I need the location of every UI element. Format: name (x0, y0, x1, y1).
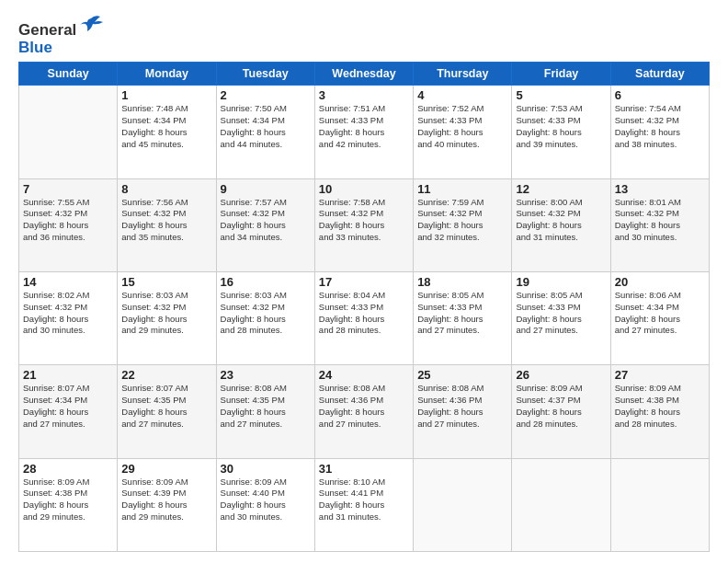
day-number: 29 (121, 462, 211, 476)
cell-info: Sunrise: 8:09 AMSunset: 4:38 PMDaylight:… (23, 477, 113, 523)
calendar-cell: 19Sunrise: 8:05 AMSunset: 4:33 PMDayligh… (512, 271, 610, 364)
day-number: 20 (615, 275, 705, 289)
day-number: 27 (615, 368, 705, 382)
calendar-cell (512, 458, 610, 551)
calendar-week-row: 21Sunrise: 8:07 AMSunset: 4:34 PMDayligh… (19, 365, 710, 458)
cell-info: Sunrise: 7:53 AMSunset: 4:33 PMDaylight:… (516, 103, 606, 150)
day-number: 22 (121, 368, 211, 382)
cell-info: Sunrise: 8:09 AMSunset: 4:38 PMDaylight:… (615, 383, 705, 430)
cell-info: Sunrise: 8:01 AMSunset: 4:32 PMDaylight:… (615, 197, 705, 244)
cell-info: Sunrise: 8:08 AMSunset: 4:36 PMDaylight:… (417, 383, 507, 430)
cell-info: Sunrise: 7:56 AMSunset: 4:32 PMDaylight:… (121, 197, 211, 244)
cell-info: Sunrise: 8:08 AMSunset: 4:35 PMDaylight:… (221, 383, 311, 430)
cell-info: Sunrise: 7:57 AMSunset: 4:32 PMDaylight:… (221, 197, 311, 244)
cell-info: Sunrise: 7:55 AMSunset: 4:32 PMDaylight:… (23, 197, 113, 244)
day-number: 17 (319, 275, 409, 289)
day-number: 8 (121, 182, 211, 196)
day-number: 23 (221, 368, 311, 382)
day-number: 14 (23, 275, 113, 289)
logo-general: General (18, 21, 76, 39)
cell-info: Sunrise: 8:05 AMSunset: 4:33 PMDaylight:… (516, 290, 606, 337)
calendar-cell: 17Sunrise: 8:04 AMSunset: 4:33 PMDayligh… (314, 271, 413, 364)
calendar-cell: 12Sunrise: 8:00 AMSunset: 4:32 PMDayligh… (512, 178, 610, 271)
calendar-cell: 14Sunrise: 8:02 AMSunset: 4:32 PMDayligh… (19, 271, 118, 364)
cell-info: Sunrise: 8:02 AMSunset: 4:32 PMDaylight:… (23, 290, 113, 337)
day-number: 28 (23, 462, 113, 476)
cell-info: Sunrise: 8:09 AMSunset: 4:39 PMDaylight:… (121, 477, 211, 523)
cell-info: Sunrise: 7:58 AMSunset: 4:32 PMDaylight:… (319, 197, 409, 244)
calendar-cell: 24Sunrise: 8:08 AMSunset: 4:36 PMDayligh… (314, 365, 413, 458)
calendar-cell: 2Sunrise: 7:50 AMSunset: 4:34 PMDaylight… (216, 86, 314, 178)
cell-info: Sunrise: 7:48 AMSunset: 4:34 PMDaylight:… (121, 103, 211, 150)
logo-bird-icon (78, 15, 104, 35)
cell-info: Sunrise: 8:00 AMSunset: 4:32 PMDaylight:… (516, 197, 606, 244)
logo-text: General Blue (18, 15, 104, 56)
calendar-cell: 5Sunrise: 7:53 AMSunset: 4:33 PMDaylight… (512, 86, 610, 178)
calendar-cell (414, 458, 512, 551)
calendar-cell: 11Sunrise: 7:59 AMSunset: 4:32 PMDayligh… (414, 178, 512, 271)
cell-info: Sunrise: 8:03 AMSunset: 4:32 PMDaylight:… (121, 290, 211, 337)
day-number: 6 (615, 88, 705, 102)
calendar-cell: 20Sunrise: 8:06 AMSunset: 4:34 PMDayligh… (610, 271, 709, 364)
day-number: 18 (417, 275, 507, 289)
cell-info: Sunrise: 8:03 AMSunset: 4:32 PMDaylight:… (221, 290, 311, 337)
weekday-header-friday: Friday (512, 63, 610, 86)
calendar-cell: 29Sunrise: 8:09 AMSunset: 4:39 PMDayligh… (118, 458, 216, 551)
weekday-header-thursday: Thursday (414, 63, 512, 86)
cell-info: Sunrise: 8:08 AMSunset: 4:36 PMDaylight:… (319, 383, 409, 430)
cell-info: Sunrise: 7:50 AMSunset: 4:34 PMDaylight:… (221, 103, 311, 150)
calendar-cell: 25Sunrise: 8:08 AMSunset: 4:36 PMDayligh… (414, 365, 512, 458)
calendar-table: SundayMondayTuesdayWednesdayThursdayFrid… (18, 62, 710, 552)
calendar-cell: 13Sunrise: 8:01 AMSunset: 4:32 PMDayligh… (610, 178, 709, 271)
calendar-cell: 18Sunrise: 8:05 AMSunset: 4:33 PMDayligh… (414, 271, 512, 364)
calendar-cell: 26Sunrise: 8:09 AMSunset: 4:37 PMDayligh… (512, 365, 610, 458)
calendar-cell: 22Sunrise: 8:07 AMSunset: 4:35 PMDayligh… (118, 365, 216, 458)
day-number: 10 (319, 182, 409, 196)
cell-info: Sunrise: 8:10 AMSunset: 4:41 PMDaylight:… (319, 477, 409, 523)
weekday-header-tuesday: Tuesday (216, 63, 314, 86)
day-number: 25 (417, 368, 507, 382)
calendar-week-row: 7Sunrise: 7:55 AMSunset: 4:32 PMDaylight… (19, 178, 710, 271)
calendar-cell: 21Sunrise: 8:07 AMSunset: 4:34 PMDayligh… (19, 365, 118, 458)
day-number: 30 (221, 462, 311, 476)
day-number: 5 (516, 88, 606, 102)
calendar-week-row: 1Sunrise: 7:48 AMSunset: 4:34 PMDaylight… (19, 86, 710, 178)
day-number: 4 (417, 88, 507, 102)
header: General Blue (18, 15, 710, 56)
cell-info: Sunrise: 8:04 AMSunset: 4:33 PMDaylight:… (319, 290, 409, 337)
calendar-cell: 30Sunrise: 8:09 AMSunset: 4:40 PMDayligh… (216, 458, 314, 551)
cell-info: Sunrise: 8:05 AMSunset: 4:33 PMDaylight:… (417, 290, 507, 337)
weekday-header-wednesday: Wednesday (314, 63, 413, 86)
calendar-cell: 23Sunrise: 8:08 AMSunset: 4:35 PMDayligh… (216, 365, 314, 458)
calendar-week-row: 14Sunrise: 8:02 AMSunset: 4:32 PMDayligh… (19, 271, 710, 364)
calendar-cell (610, 458, 709, 551)
calendar-cell: 16Sunrise: 8:03 AMSunset: 4:32 PMDayligh… (216, 271, 314, 364)
cell-info: Sunrise: 8:09 AMSunset: 4:37 PMDaylight:… (516, 383, 606, 430)
day-number: 16 (221, 275, 311, 289)
day-number: 26 (516, 368, 606, 382)
day-number: 12 (516, 182, 606, 196)
weekday-header-saturday: Saturday (610, 63, 709, 86)
logo-blue: Blue (18, 40, 104, 57)
cell-info: Sunrise: 7:52 AMSunset: 4:33 PMDaylight:… (417, 103, 507, 150)
day-number: 3 (319, 88, 409, 102)
calendar-cell: 3Sunrise: 7:51 AMSunset: 4:33 PMDaylight… (314, 86, 413, 178)
cell-info: Sunrise: 8:07 AMSunset: 4:34 PMDaylight:… (23, 383, 113, 430)
day-number: 15 (121, 275, 211, 289)
day-number: 11 (417, 182, 507, 196)
logo: General Blue (18, 15, 104, 56)
calendar-cell (19, 86, 118, 178)
calendar-cell: 4Sunrise: 7:52 AMSunset: 4:33 PMDaylight… (414, 86, 512, 178)
calendar-cell: 10Sunrise: 7:58 AMSunset: 4:32 PMDayligh… (314, 178, 413, 271)
calendar-cell: 31Sunrise: 8:10 AMSunset: 4:41 PMDayligh… (314, 458, 413, 551)
page: General Blue SundayMondayTuesdayWednesda… (0, 0, 728, 563)
day-number: 7 (23, 182, 113, 196)
day-number: 1 (121, 88, 211, 102)
cell-info: Sunrise: 7:54 AMSunset: 4:32 PMDaylight:… (615, 103, 705, 150)
day-number: 19 (516, 275, 606, 289)
calendar-cell: 8Sunrise: 7:56 AMSunset: 4:32 PMDaylight… (118, 178, 216, 271)
calendar-cell: 27Sunrise: 8:09 AMSunset: 4:38 PMDayligh… (610, 365, 709, 458)
calendar-week-row: 28Sunrise: 8:09 AMSunset: 4:38 PMDayligh… (19, 458, 710, 551)
day-number: 31 (319, 462, 409, 476)
calendar-cell: 7Sunrise: 7:55 AMSunset: 4:32 PMDaylight… (19, 178, 118, 271)
